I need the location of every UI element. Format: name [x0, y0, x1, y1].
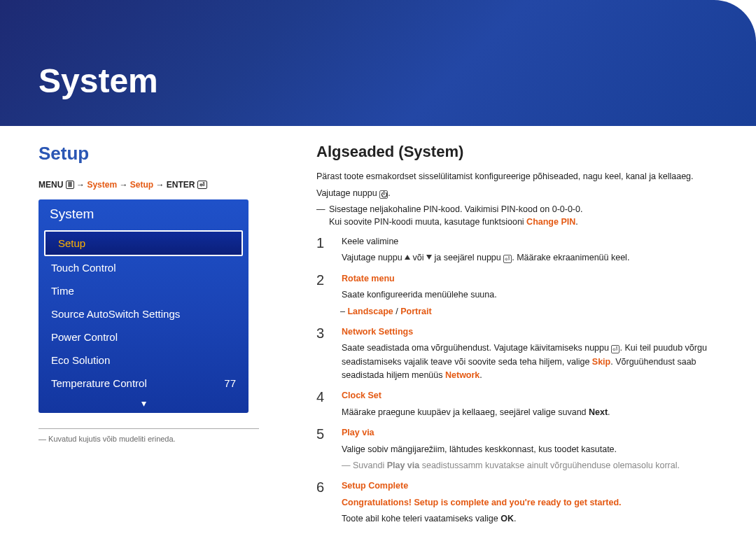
breadcrumb-enter-label: ENTER — [167, 180, 195, 190]
right-heading: Algseaded (System) — [316, 143, 727, 161]
section-heading-setup: Setup — [38, 143, 259, 164]
menu-item-touch-control[interactable]: Touch Control — [38, 256, 248, 279]
enter-icon: ⏎ — [197, 181, 207, 189]
breadcrumb: MENU Ⅲ → System → Setup → ENTER ⏎ — [38, 180, 259, 190]
page-title: System — [38, 62, 158, 100]
step-6-congrats: Congratulations! Setup is complete and y… — [342, 496, 727, 510]
breadcrumb-menu-label: MENU — [38, 180, 63, 190]
intro-text-1: Pärast toote esmakordset sisselülitamist… — [316, 171, 727, 183]
up-arrow-icon — [405, 255, 410, 260]
menu-item-time[interactable]: Time — [38, 279, 248, 302]
menu-item-temperature-control[interactable]: Temperature Control 77 — [38, 372, 248, 395]
step-3: 3 Network Settings Saate seadistada oma … — [316, 325, 727, 386]
footnote: ― Kuvatud kujutis võib mudeliti erineda. — [38, 435, 259, 443]
menu-item-source-autoswitch[interactable]: Source AutoSwitch Settings — [38, 302, 248, 325]
step-4-title: Clock Set — [342, 389, 727, 402]
step-5-title: Play via — [342, 426, 727, 440]
step-6-title: Setup Complete — [342, 479, 727, 493]
breadcrumb-system: System — [87, 180, 117, 190]
menu-icon: Ⅲ — [66, 181, 74, 189]
page-header: System — [0, 0, 756, 126]
panel-title: System — [38, 199, 248, 230]
menu-item-power-control[interactable]: Power Control — [38, 325, 248, 349]
temperature-value: 77 — [224, 377, 236, 389]
step-1: 1 Keele valimine Vajutage nuppu või ja s… — [316, 235, 727, 268]
chevron-down-icon[interactable]: ▾ — [38, 395, 248, 409]
enter-icon: ⏎ — [503, 255, 512, 263]
step-2: 2 Rotate menu Saate konfigureerida menüü… — [316, 272, 727, 321]
divider — [38, 428, 259, 429]
step-5: 5 Play via Valige sobiv mängijarežiim, l… — [316, 426, 727, 475]
step-3-title: Network Settings — [342, 325, 727, 339]
intro-text-2: Vajutage nuppu ⏻. — [316, 188, 727, 200]
menu-item-setup[interactable]: Setup — [44, 230, 243, 256]
step-6: 6 Setup Complete Congratulations! Setup … — [316, 479, 727, 528]
pin-note: ― Sisestage neljakohaline PIN-kood. Vaik… — [316, 204, 727, 228]
system-menu-panel: System Setup Touch Control Time Source A… — [38, 199, 248, 413]
step-4: 4 Clock Set Määrake praegune kuupäev ja … — [316, 389, 727, 422]
power-icon: ⏻ — [379, 190, 388, 199]
down-arrow-icon — [426, 255, 432, 260]
breadcrumb-setup: Setup — [130, 180, 153, 190]
step-2-title: Rotate menu — [342, 272, 727, 286]
menu-item-eco-solution[interactable]: Eco Solution — [38, 349, 248, 372]
enter-icon: ⏎ — [611, 345, 620, 353]
